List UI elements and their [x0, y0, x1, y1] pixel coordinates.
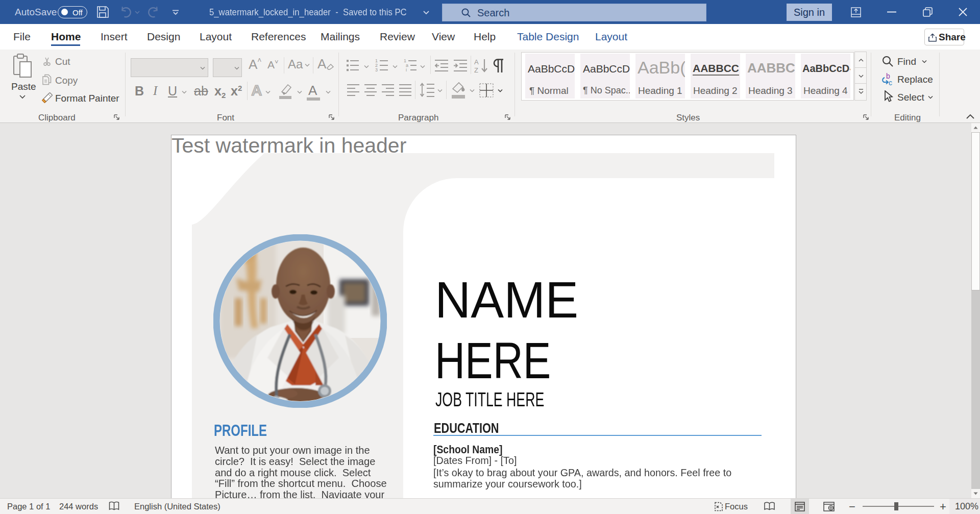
svg-text:i: i	[406, 67, 407, 72]
svg-text:A: A	[474, 58, 479, 66]
svg-text:Z: Z	[474, 66, 478, 74]
svg-text:3: 3	[375, 67, 378, 72]
svg-text:c: c	[889, 79, 892, 86]
